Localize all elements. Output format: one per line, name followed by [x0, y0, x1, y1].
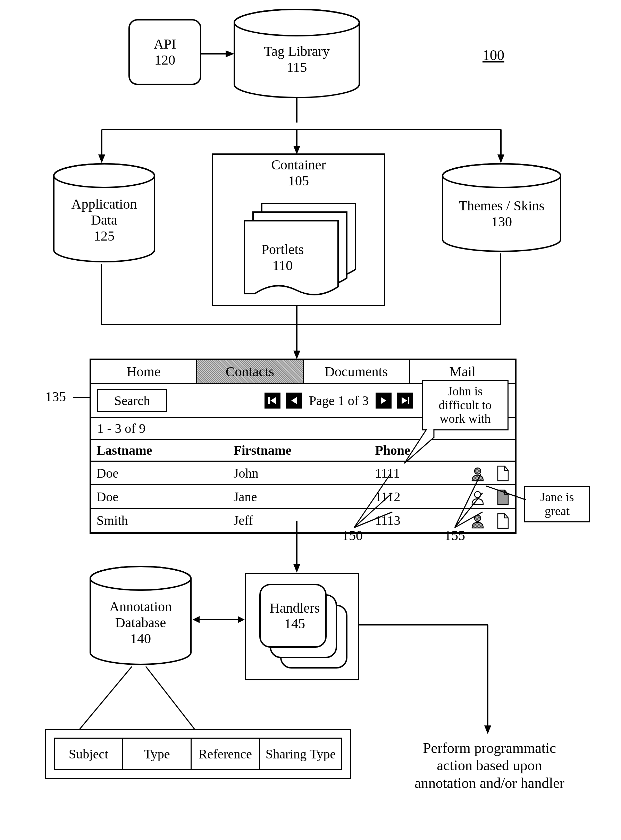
api-label: API: [154, 36, 176, 52]
callout-john-text: John is difficult to work with: [439, 384, 492, 425]
svg-marker-26: [381, 397, 386, 404]
callout-jane: Jane is great: [524, 486, 590, 522]
pager-text: Page 1 of 3: [309, 393, 369, 408]
themes-label: Themes / Skins: [441, 198, 562, 214]
annodb-num: 140: [88, 631, 192, 647]
cell-lastname: Doe: [91, 485, 228, 509]
arrow-to-container: [292, 127, 302, 154]
svg-line-56: [80, 666, 132, 729]
appdata-num: 125: [52, 228, 156, 244]
col-firstname: Firstname: [228, 440, 370, 461]
action-l1: Perform programmatic: [392, 739, 587, 757]
portlets-label: Portlets: [248, 242, 317, 257]
svg-line-37: [354, 474, 391, 528]
arrow-to-appdata: [97, 127, 107, 163]
ref-155: 155: [444, 528, 465, 543]
schema-subject: Subject: [54, 738, 123, 770]
svg-rect-28: [408, 397, 409, 404]
arrow-to-portal: [292, 325, 302, 359]
api-block: API 120: [129, 19, 201, 85]
svg-marker-27: [401, 397, 407, 404]
ref-150-lines: [344, 472, 399, 531]
callout-jane-text: Jane is great: [541, 490, 574, 518]
arrow-db-handlers: [192, 614, 245, 625]
svg-line-57: [146, 666, 194, 729]
annotation-db-cylinder: Annotation Database 140: [88, 566, 192, 666]
document-icon[interactable]: [496, 513, 510, 529]
figure-reference: 100: [483, 47, 504, 64]
schema-block: Subject Type Reference Sharing Type: [45, 729, 351, 779]
container-num: 105: [213, 173, 384, 189]
application-data-cylinder: Application Data 125: [52, 163, 156, 264]
appdata-label1: Application: [52, 196, 156, 212]
svg-marker-55: [484, 725, 491, 734]
arrow-portal-handlers: [292, 521, 302, 573]
db-schema-lines: [76, 666, 198, 733]
tab-documents[interactable]: Documents: [304, 360, 410, 383]
schema-type: Type: [122, 738, 192, 770]
callout-jane-tail: [486, 484, 528, 505]
portal-ref-line: [73, 396, 90, 399]
svg-rect-23: [268, 397, 270, 404]
svg-marker-11: [497, 154, 504, 163]
action-l2: action based upon: [392, 757, 587, 774]
container-label: Container: [213, 157, 384, 173]
portlets-num: 110: [248, 257, 317, 274]
appdata-label2: Data: [52, 212, 156, 228]
handlers-block: Handlers 145: [245, 573, 359, 680]
tab-contacts[interactable]: Contacts: [197, 360, 303, 383]
schema-reference: Reference: [191, 738, 260, 770]
portal-ref: 135: [45, 389, 66, 405]
themes-cylinder: Themes / Skins 130: [441, 163, 562, 253]
svg-line-36: [486, 486, 526, 500]
svg-marker-21: [293, 351, 300, 359]
svg-marker-49: [238, 616, 245, 623]
col-lastname: Lastname: [91, 440, 228, 461]
search-button[interactable]: Search: [97, 389, 167, 412]
container-block: Container 105 Portlets 110: [212, 153, 385, 306]
arrow-handlers-action: [359, 621, 498, 736]
line-themes-down: [499, 253, 502, 325]
annodb-label2: Database: [88, 615, 192, 631]
cell-lastname: Smith: [91, 509, 228, 532]
tag-library-cylinder: Tag Library 115: [233, 9, 361, 99]
svg-line-38: [354, 493, 392, 528]
action-l3: annotation and/or handler: [392, 774, 587, 792]
arrow-taglib-down: [292, 98, 302, 129]
pager-first[interactable]: [265, 393, 280, 409]
svg-marker-7: [98, 154, 105, 163]
themes-num: 130: [441, 214, 562, 230]
ref-150: 150: [342, 528, 363, 543]
svg-marker-35: [404, 429, 434, 463]
handlers-label: Handlers: [264, 600, 326, 616]
svg-marker-3: [226, 50, 234, 57]
line-appdata-down: [100, 264, 103, 325]
svg-marker-25: [291, 397, 297, 404]
cell-lastname: Doe: [91, 461, 228, 485]
arrow-api-taglib: [201, 48, 234, 59]
callout-john: John is difficult to work with: [422, 380, 509, 430]
document-icon[interactable]: [496, 465, 510, 481]
svg-marker-48: [192, 616, 200, 623]
pager-last[interactable]: [397, 393, 413, 409]
taglib-label: Tag Library: [233, 43, 361, 59]
arrow-to-themes: [496, 127, 506, 163]
pager-next[interactable]: [376, 393, 392, 409]
taglib-num: 115: [233, 59, 361, 75]
pager-prev[interactable]: [286, 393, 302, 409]
api-num: 120: [154, 52, 175, 68]
svg-marker-24: [270, 397, 276, 404]
tab-mail[interactable]: Mail: [410, 360, 515, 383]
callout-john-tail: [401, 429, 436, 467]
action-text: Perform programmatic action based upon a…: [392, 739, 587, 792]
svg-marker-44: [293, 564, 300, 573]
tab-home[interactable]: Home: [91, 360, 197, 383]
handlers-num: 145: [264, 616, 326, 632]
schema-sharing: Sharing Type: [259, 738, 342, 770]
ref-155-lines: [444, 472, 489, 531]
annodb-label1: Annotation: [88, 599, 192, 615]
